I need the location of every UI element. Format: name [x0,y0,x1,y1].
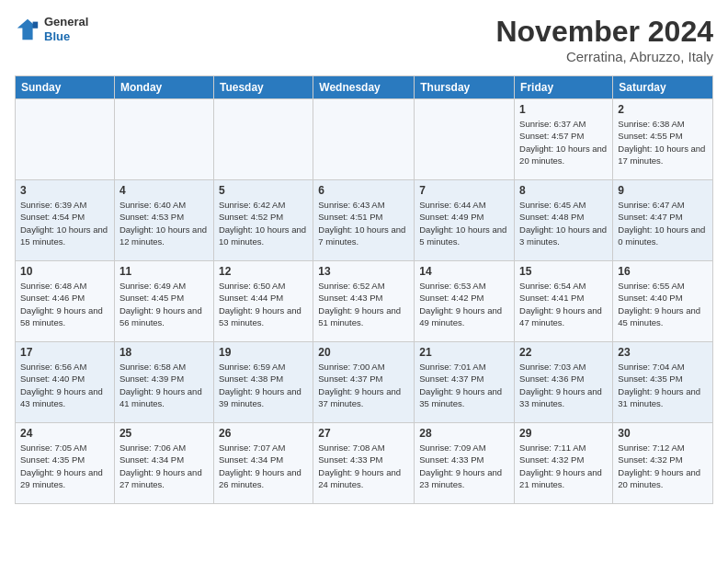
day-number: 10 [20,265,109,278]
location: Cerratina, Abruzzo, Italy [495,49,713,64]
day-info: Sunrise: 6:52 AM Sunset: 4:43 PM Dayligh… [318,280,409,328]
day-number: 16 [618,265,708,278]
calendar-cell: 30Sunrise: 7:12 AM Sunset: 4:32 PM Dayli… [613,423,713,504]
day-number: 9 [618,184,708,197]
day-number: 24 [20,427,109,440]
day-number: 20 [318,346,409,359]
calendar-cell: 22Sunrise: 7:03 AM Sunset: 4:36 PM Dayli… [515,342,613,423]
day-number: 19 [219,346,308,359]
day-info: Sunrise: 6:44 AM Sunset: 4:49 PM Dayligh… [419,199,509,247]
svg-marker-1 [33,21,39,28]
day-number: 6 [318,184,409,197]
day-number: 8 [519,184,608,197]
day-number: 29 [519,427,608,440]
calendar-cell: 11Sunrise: 6:49 AM Sunset: 4:45 PM Dayli… [114,261,213,342]
day-number: 14 [419,265,509,278]
calendar-cell: 10Sunrise: 6:48 AM Sunset: 4:46 PM Dayli… [16,261,115,342]
calendar-week-row: 1Sunrise: 6:37 AM Sunset: 4:57 PM Daylig… [16,99,713,180]
calendar-cell: 25Sunrise: 7:06 AM Sunset: 4:34 PM Dayli… [114,423,213,504]
day-info: Sunrise: 7:07 AM Sunset: 4:34 PM Dayligh… [219,442,308,490]
day-number: 5 [219,184,308,197]
day-number: 23 [618,346,708,359]
day-info: Sunrise: 6:43 AM Sunset: 4:51 PM Dayligh… [318,199,409,247]
weekday-header-tuesday: Tuesday [213,76,313,99]
calendar-cell: 18Sunrise: 6:58 AM Sunset: 4:39 PM Dayli… [114,342,213,423]
calendar-cell: 26Sunrise: 7:07 AM Sunset: 4:34 PM Dayli… [213,423,313,504]
page-header: General Blue November 2024 Cerratina, Ab… [15,15,713,64]
day-number: 21 [419,346,509,359]
calendar-cell: 4Sunrise: 6:40 AM Sunset: 4:53 PM Daylig… [114,180,213,261]
calendar-week-row: 3Sunrise: 6:39 AM Sunset: 4:54 PM Daylig… [16,180,713,261]
calendar-cell [313,99,415,180]
calendar-cell: 9Sunrise: 6:47 AM Sunset: 4:47 PM Daylig… [613,180,713,261]
day-number: 18 [119,346,209,359]
day-info: Sunrise: 6:37 AM Sunset: 4:57 PM Dayligh… [519,118,608,167]
day-info: Sunrise: 7:09 AM Sunset: 4:33 PM Dayligh… [419,442,509,490]
weekday-header-saturday: Saturday [613,76,713,99]
calendar-cell: 7Sunrise: 6:44 AM Sunset: 4:49 PM Daylig… [415,180,515,261]
weekday-header-monday: Monday [114,76,213,99]
day-info: Sunrise: 6:54 AM Sunset: 4:41 PM Dayligh… [519,280,608,328]
calendar-cell: 21Sunrise: 7:01 AM Sunset: 4:37 PM Dayli… [415,342,515,423]
weekday-header-sunday: Sunday [16,76,115,99]
calendar-cell: 6Sunrise: 6:43 AM Sunset: 4:51 PM Daylig… [313,180,415,261]
day-number: 15 [519,265,608,278]
day-info: Sunrise: 7:06 AM Sunset: 4:34 PM Dayligh… [119,442,209,490]
calendar-cell: 8Sunrise: 6:45 AM Sunset: 4:48 PM Daylig… [515,180,613,261]
day-info: Sunrise: 6:48 AM Sunset: 4:46 PM Dayligh… [20,280,109,328]
calendar-cell: 28Sunrise: 7:09 AM Sunset: 4:33 PM Dayli… [415,423,515,504]
calendar-cell: 5Sunrise: 6:42 AM Sunset: 4:52 PM Daylig… [213,180,313,261]
calendar-week-row: 17Sunrise: 6:56 AM Sunset: 4:40 PM Dayli… [16,342,713,423]
day-number: 1 [519,103,608,116]
weekday-header-row: SundayMondayTuesdayWednesdayThursdayFrid… [16,76,713,99]
calendar-cell [415,99,515,180]
weekday-header-thursday: Thursday [415,76,515,99]
calendar-cell [213,99,313,180]
day-info: Sunrise: 6:45 AM Sunset: 4:48 PM Dayligh… [519,199,608,247]
weekday-header-friday: Friday [515,76,613,99]
day-number: 11 [119,265,209,278]
day-info: Sunrise: 6:59 AM Sunset: 4:38 PM Dayligh… [219,361,308,409]
logo-text: General Blue [44,15,88,43]
day-number: 12 [219,265,308,278]
calendar-table: SundayMondayTuesdayWednesdayThursdayFrid… [15,75,713,504]
calendar-cell: 29Sunrise: 7:11 AM Sunset: 4:32 PM Dayli… [515,423,613,504]
calendar-cell [16,99,115,180]
day-info: Sunrise: 6:50 AM Sunset: 4:44 PM Dayligh… [219,280,308,328]
day-info: Sunrise: 7:01 AM Sunset: 4:37 PM Dayligh… [419,361,509,409]
logo: General Blue [15,15,88,43]
calendar-cell: 15Sunrise: 6:54 AM Sunset: 4:41 PM Dayli… [515,261,613,342]
calendar-cell: 16Sunrise: 6:55 AM Sunset: 4:40 PM Dayli… [613,261,713,342]
day-number: 13 [318,265,409,278]
calendar-cell: 24Sunrise: 7:05 AM Sunset: 4:35 PM Dayli… [16,423,115,504]
calendar-cell: 2Sunrise: 6:38 AM Sunset: 4:55 PM Daylig… [613,99,713,180]
calendar-week-row: 24Sunrise: 7:05 AM Sunset: 4:35 PM Dayli… [16,423,713,504]
day-info: Sunrise: 6:47 AM Sunset: 4:47 PM Dayligh… [618,199,708,247]
day-info: Sunrise: 6:38 AM Sunset: 4:55 PM Dayligh… [618,118,708,167]
day-info: Sunrise: 6:58 AM Sunset: 4:39 PM Dayligh… [119,361,209,409]
day-info: Sunrise: 7:08 AM Sunset: 4:33 PM Dayligh… [318,442,409,490]
calendar-cell: 19Sunrise: 6:59 AM Sunset: 4:38 PM Dayli… [213,342,313,423]
weekday-header-wednesday: Wednesday [313,76,415,99]
day-info: Sunrise: 7:11 AM Sunset: 4:32 PM Dayligh… [519,442,608,490]
calendar-cell: 20Sunrise: 7:00 AM Sunset: 4:37 PM Dayli… [313,342,415,423]
day-number: 22 [519,346,608,359]
day-info: Sunrise: 7:12 AM Sunset: 4:32 PM Dayligh… [618,442,708,490]
calendar-cell: 3Sunrise: 6:39 AM Sunset: 4:54 PM Daylig… [16,180,115,261]
day-number: 28 [419,427,509,440]
day-info: Sunrise: 6:42 AM Sunset: 4:52 PM Dayligh… [219,199,308,247]
day-number: 4 [119,184,209,197]
day-number: 26 [219,427,308,440]
day-info: Sunrise: 7:03 AM Sunset: 4:36 PM Dayligh… [519,361,608,409]
day-number: 7 [419,184,509,197]
calendar-cell: 27Sunrise: 7:08 AM Sunset: 4:33 PM Dayli… [313,423,415,504]
calendar-cell: 13Sunrise: 6:52 AM Sunset: 4:43 PM Dayli… [313,261,415,342]
day-info: Sunrise: 6:40 AM Sunset: 4:53 PM Dayligh… [119,199,209,247]
calendar-cell: 1Sunrise: 6:37 AM Sunset: 4:57 PM Daylig… [515,99,613,180]
day-info: Sunrise: 7:00 AM Sunset: 4:37 PM Dayligh… [318,361,409,409]
month-title: November 2024 [495,15,713,49]
day-number: 2 [618,103,708,116]
title-area: November 2024 Cerratina, Abruzzo, Italy [495,15,713,64]
calendar-cell: 17Sunrise: 6:56 AM Sunset: 4:40 PM Dayli… [16,342,115,423]
logo-blue: Blue [44,29,88,44]
